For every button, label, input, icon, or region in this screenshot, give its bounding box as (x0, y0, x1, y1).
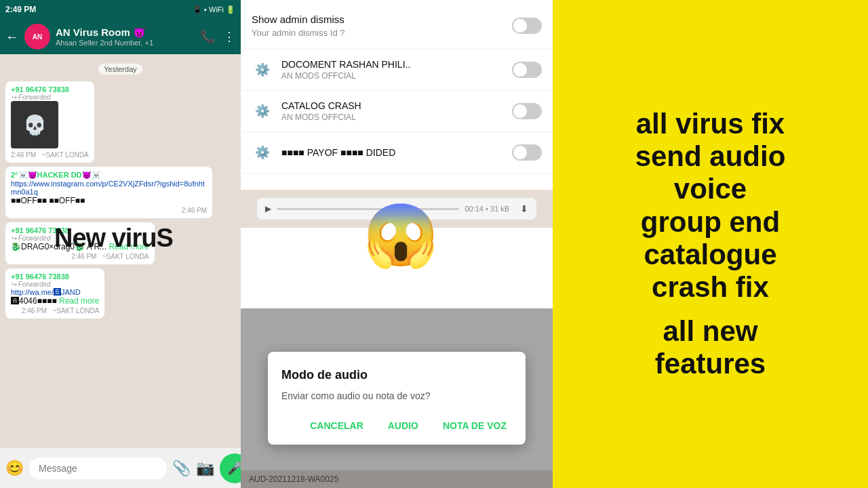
chat-input-bar: 😊 📎 📷 🎤 (0, 447, 241, 488)
right-line-3: voice (635, 173, 786, 205)
dialog-title: Modo de audio (281, 368, 512, 382)
group-name: AN Virus Room 😈 (56, 26, 195, 39)
settings-item-title-1: DOCOMENT RASHAN PHILI.. (281, 59, 504, 70)
header-info: AN Virus Room 😈 Ahsan Seller 2nd Number,… (56, 26, 195, 47)
msg-from: +91 96476 73838 (11, 272, 99, 281)
wifi-icon: WiFi (209, 5, 224, 14)
message-bubble: +91 96476 73838 ↪ Forwarded 💀 2:46 PM ~S… (5, 81, 94, 163)
admin-dismiss-section: Show admin dismiss Your admin dismiss Id… (241, 0, 553, 49)
message-bubble: +91 96476 73838 ↪ Forwarded http://wa.me… (5, 268, 104, 319)
audio-dialog: Modo de audio Enviar como audio ou nota … (268, 352, 526, 445)
msg-meta: 2:46 PM ~SAKT LONDA (11, 307, 99, 314)
settings-toggle-1[interactable] (512, 62, 542, 78)
msg-from: +91 96476 73838 (11, 226, 149, 235)
right-line-2: send audio (635, 140, 786, 173)
play-icon[interactable]: ▶ (265, 204, 271, 214)
dialog-overlay: Modo de audio Enviar como audio ou nota … (241, 308, 553, 488)
dialog-subtitle: Enviar como audio ou nota de voz? (281, 390, 512, 401)
msg-forwarded: ↪ Forwarded (11, 235, 149, 242)
settings-item-1: ⚙️ DOCOMENT RASHAN PHILI.. AN MODS OFFCI… (241, 49, 553, 91)
msg-meta: 2:46 PM ~SAKT LONDA (11, 151, 89, 159)
settings-toggle-2[interactable] (512, 103, 542, 119)
msg-from: +91 96476 73838 (11, 85, 89, 94)
chat-header: ← AN AN Virus Room 😈 Ahsan Seller 2nd Nu… (0, 19, 241, 54)
voice-note-button[interactable]: NOTA DE VOZ (437, 418, 512, 434)
back-button[interactable]: ← (5, 29, 19, 45)
settings-item-3: ⚙️ ■■■■ PAYOF ■■■■ DIDED (241, 132, 553, 174)
msg-forwarded: ↪ Forwarded (11, 281, 99, 288)
settings-item-info-1: DOCOMENT RASHAN PHILI.. AN MODS OFFCIAL (281, 59, 504, 81)
right-line-7: all new (635, 315, 786, 348)
msg-meta: 2:46 PM ~SAKT LONDA (11, 253, 149, 260)
group-avatar: AN (24, 24, 50, 49)
settings-section: Show admin dismiss Your admin dismiss Id… (241, 0, 553, 190)
admin-dismiss-toggle[interactable] (512, 18, 542, 34)
settings-item-sub-1: AN MODS OFFCIAL (281, 71, 504, 81)
right-line-8: features (635, 348, 786, 380)
emoji-icon[interactable]: 😊 (5, 460, 24, 477)
audio-item: ▶ 00:14 • 31 kB ⬇ (257, 198, 536, 220)
gear-icon-2: ⚙️ (252, 100, 273, 122)
gear-icon-1: ⚙️ (252, 59, 273, 81)
admin-dismiss-sub: Your admin dismiss Id ? (252, 28, 345, 38)
admin-dismiss-info: Show admin dismiss Your admin dismiss Id… (252, 14, 345, 38)
msg-text: 🅰4046■■■■ Read more (11, 296, 99, 306)
mic-icon: 🎤 (227, 461, 241, 476)
right-line-6: crash fix (635, 271, 786, 304)
audio-waveform (277, 208, 459, 210)
settings-item-2: ⚙️ CATALOG CRASH AN MODS OFFCIAL (241, 91, 553, 132)
msg-forwarded: ↪ Forwarded (11, 94, 89, 101)
audio-section: ▶ 00:14 • 31 kB ⬇ (241, 190, 553, 228)
message-bubble: 2°☠️😈HACKER DD😈☠️ https://www.instagram.… (5, 167, 212, 218)
right-line-5: catalogue (635, 239, 786, 271)
right-panel-text: All virus fix send audio voice group end… (635, 108, 786, 380)
message-input[interactable] (29, 458, 167, 479)
status-icons: 📱 ▪ WiFi 🔋 (193, 5, 235, 14)
audio-meta: 00:14 • 31 kB (465, 205, 509, 213)
chat-body: Yesterday +91 96476 73838 ↪ Forwarded 💀 … (0, 54, 241, 447)
whatsapp-icon: 📱 (193, 5, 202, 14)
attach-icon[interactable]: 📎 (172, 460, 191, 477)
message-bubble: +91 96476 73838 ↪ Forwarded 🐉DRAG0×drag0… (5, 222, 155, 264)
msg-link[interactable]: https://www.instagram.com/p/CE2VXjZFdsr/… (11, 180, 207, 196)
msg-link[interactable]: http://wa.me/🅱JAND (11, 288, 99, 296)
status-bar: 2:49 PM 📱 ▪ WiFi 🔋 (0, 0, 241, 19)
settings-item-sub-2: AN MODS OFFCIAL (281, 113, 504, 122)
settings-item-info-3: ■■■■ PAYOF ■■■■ DIDED (281, 147, 504, 158)
signal-icon: ▪ (204, 5, 207, 14)
dialog-actions: CANCELAR AUDIO NOTA DE VOZ (281, 418, 512, 434)
chat-panel: 2:49 PM 📱 ▪ WiFi 🔋 ← AN AN Virus Room 😈 … (0, 0, 241, 488)
call-icon[interactable]: 📞 (200, 29, 215, 44)
msg-meta: 2:46 PM (11, 207, 207, 214)
msg-text: ■■OFF■■ ■■OFF■■ (11, 196, 207, 205)
gear-icon-3: ⚙️ (252, 142, 273, 163)
middle-panel: Show admin dismiss Your admin dismiss Id… (241, 0, 553, 488)
settings-item-title-3: ■■■■ PAYOF ■■■■ DIDED (281, 147, 504, 158)
msg-from: 2°☠️😈HACKER DD😈☠️ (11, 171, 207, 180)
msg-image: 💀 (11, 101, 58, 148)
menu-icon[interactable]: ⋮ (223, 29, 235, 44)
settings-item-title-2: CATALOG CRASH (281, 100, 504, 111)
header-icons: 📞 ⋮ (200, 29, 235, 44)
battery-icon: 🔋 (226, 5, 235, 14)
msg-text: 🐉DRAG0×drag0🐉 A R... Read more (11, 242, 149, 251)
scroll-down-icon[interactable]: ⬇ (520, 203, 528, 214)
status-time: 2:49 PM (5, 5, 36, 14)
settings-item-info-2: CATALOG CRASH AN MODS OFFCIAL (281, 100, 504, 122)
right-line-4: group end (635, 206, 786, 239)
admin-dismiss-title: Show admin dismiss (252, 14, 345, 25)
date-divider: Yesterday (5, 62, 235, 75)
group-sub: Ahsan Seller 2nd Number, +1 (56, 39, 195, 47)
audio-button[interactable]: AUDIO (382, 418, 424, 434)
right-line-1: All virus fix (635, 108, 786, 140)
settings-toggle-3[interactable] (512, 144, 542, 161)
mic-button[interactable]: 🎤 (220, 453, 241, 483)
cancel-button[interactable]: CANCELAR (304, 418, 369, 434)
skull-emoji: 💀 (23, 114, 47, 136)
right-panel: All virus fix send audio voice group end… (553, 0, 868, 488)
camera-icon[interactable]: 📷 (196, 460, 214, 477)
